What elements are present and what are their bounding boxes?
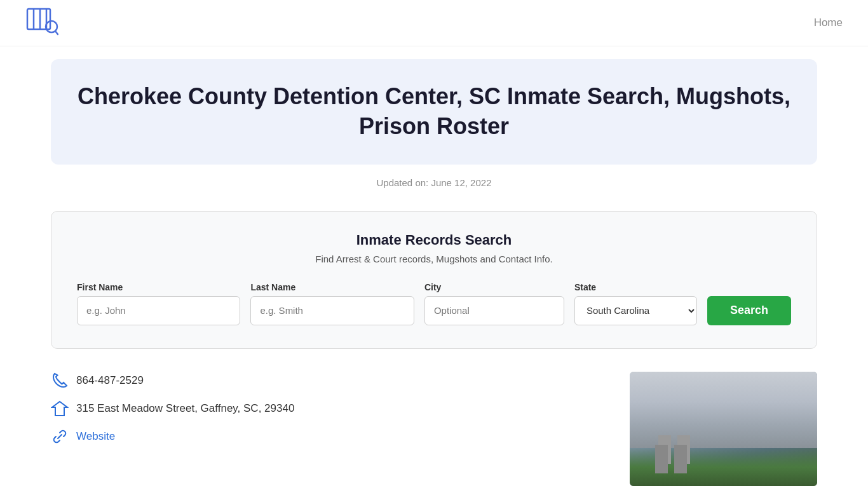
city-input[interactable]	[424, 296, 564, 325]
home-link[interactable]: Home	[814, 17, 843, 29]
city-field-group: City	[424, 282, 564, 325]
last-name-input[interactable]	[250, 296, 414, 325]
svg-marker-6	[52, 402, 67, 416]
website-link[interactable]: Website	[76, 430, 115, 443]
phone-icon	[51, 372, 69, 390]
address-row: 315 East Meadow Street, Gaffney, SC, 293…	[51, 400, 604, 417]
first-name-input[interactable]	[77, 296, 240, 325]
address-text: 315 East Meadow Street, Gaffney, SC, 293…	[76, 402, 294, 415]
link-icon	[51, 428, 69, 445]
logo[interactable]	[25, 8, 58, 38]
website-row: Website	[51, 428, 604, 445]
navigation: Home	[0, 0, 868, 46]
address-icon	[51, 400, 69, 417]
city-label: City	[424, 282, 564, 292]
last-name-label: Last Name	[250, 282, 414, 292]
state-select[interactable]: South Carolina Alabama Alaska Arizona Ar…	[574, 296, 697, 325]
page-title: Cherokee County Detention Center, SC Inm…	[76, 82, 792, 142]
search-fields: First Name Last Name City State South Ca…	[77, 282, 791, 325]
last-name-field-group: Last Name	[250, 282, 414, 325]
state-field-group: State South Carolina Alabama Alaska Ariz…	[574, 282, 697, 325]
phone-row: 864-487-2529	[51, 372, 604, 390]
contact-info: 864-487-2529 315 East Meadow Street, Gaf…	[51, 372, 604, 456]
site-logo-icon	[25, 8, 58, 38]
phone-number: 864-487-2529	[76, 374, 144, 387]
search-container: Inmate Records Search Find Arrest & Cour…	[51, 211, 817, 349]
svg-line-5	[55, 31, 58, 34]
state-label: State	[574, 282, 697, 292]
updated-date: Updated on: June 12, 2022	[0, 177, 868, 188]
first-name-label: First Name	[77, 282, 240, 292]
search-title: Inmate Records Search	[77, 232, 791, 248]
facility-image	[630, 372, 817, 486]
hero-banner: Cherokee County Detention Center, SC Inm…	[51, 59, 817, 165]
search-subtitle: Find Arrest & Court records, Mugshots an…	[77, 254, 791, 264]
sky-area	[630, 372, 817, 448]
info-section: 864-487-2529 315 East Meadow Street, Gaf…	[51, 372, 817, 486]
search-button[interactable]: Search	[707, 296, 791, 325]
first-name-field-group: First Name	[77, 282, 240, 325]
